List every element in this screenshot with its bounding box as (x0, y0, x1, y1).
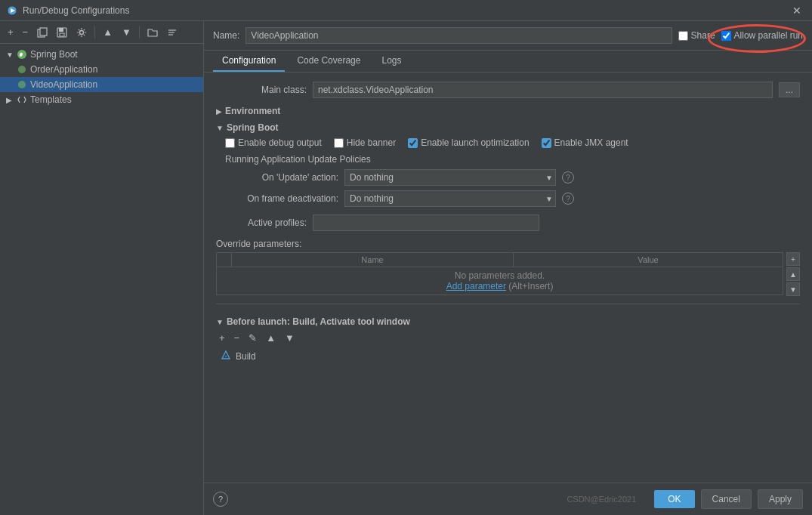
debug-output-checkbox[interactable] (225, 138, 235, 148)
spring-boot-section-title: Spring Boot (227, 122, 279, 133)
title-text: Run/Debug Configurations (23, 5, 788, 16)
bottom-bar: ? CSDN@Edric2021 OK Cancel Apply (204, 483, 812, 515)
left-toolbar: + − ▲ ▼ (0, 21, 203, 44)
frame-deactivation-select-wrapper: Do nothing Update classes and resources … (344, 190, 556, 207)
templates-icon (17, 94, 27, 105)
table-col-index (217, 253, 232, 267)
before-launch-remove-button[interactable]: − (231, 332, 243, 344)
share-checkbox[interactable] (678, 31, 688, 41)
running-update-section: Running Application Update Policies On '… (225, 154, 800, 207)
spring-boot-section-header[interactable]: ▼ Spring Boot (216, 122, 800, 133)
sort-button[interactable] (164, 26, 181, 39)
override-parameters-section: Override parameters: Name Value (216, 239, 800, 296)
active-profiles-row: Active profiles: (216, 214, 800, 231)
table-scroll-up-button[interactable]: ▲ (786, 267, 800, 281)
right-content: Name: Share Allow parallel run Configura… (204, 21, 812, 515)
apply-button[interactable]: Apply (758, 489, 803, 509)
order-app-label: OrderApplication (30, 64, 197, 75)
templates-arrow: ▶ (6, 96, 14, 104)
tree-templates-group[interactable]: ▶ Templates (0, 92, 203, 107)
close-button[interactable]: ✕ (788, 3, 806, 18)
video-app-label: VideoApplication (30, 79, 197, 90)
allow-parallel-checkbox[interactable] (721, 31, 731, 41)
jmx-agent-checkbox-item[interactable]: Enable JMX agent (542, 137, 628, 148)
move-up-button[interactable]: ▲ (100, 25, 116, 39)
remove-config-button[interactable]: − (20, 25, 32, 39)
environment-header[interactable]: ▶ Environment (216, 106, 800, 116)
hide-banner-checkbox[interactable] (334, 138, 344, 148)
allow-parallel-area: Allow parallel run (721, 30, 803, 41)
tree-video-app[interactable]: VideoApplication (0, 77, 203, 92)
add-param-link[interactable]: Add parameter (446, 281, 506, 291)
running-update-title: Running Application Update Policies (225, 154, 800, 165)
toolbar-separator (94, 26, 95, 39)
before-launch-section: ▼ Before launch: Build, Activate tool wi… (216, 304, 800, 365)
svg-point-12 (18, 66, 26, 73)
spring-boot-section: ▼ Spring Boot Enable debug output Hide b… (216, 122, 800, 207)
left-panel: + − ▲ ▼ (0, 21, 204, 515)
main-class-browse-button[interactable]: ... (779, 82, 800, 97)
folder-button[interactable] (144, 26, 161, 39)
table-add-button[interactable]: + (786, 252, 800, 266)
before-launch-down-button[interactable]: ▼ (282, 332, 298, 344)
save-config-button[interactable] (54, 26, 70, 39)
frame-deactivation-help-icon[interactable]: ? (562, 193, 574, 205)
jmx-agent-label: Enable JMX agent (554, 137, 628, 148)
help-button[interactable]: ? (213, 492, 228, 507)
svg-rect-6 (60, 33, 64, 36)
table-col-name: Name (232, 253, 514, 267)
templates-label: Templates (30, 94, 197, 105)
table-scroll-down-button[interactable]: ▼ (786, 282, 800, 296)
toolbar-separator-2 (139, 26, 140, 39)
override-parameters-label: Override parameters: (216, 239, 800, 249)
right-panel: Name: Share Allow parallel run Configura… (204, 21, 812, 483)
frame-deactivation-row: On frame deactivation: Do nothing Update… (225, 190, 800, 207)
update-action-label: On 'Update' action: (225, 172, 338, 183)
tab-configuration[interactable]: Configuration (213, 51, 285, 72)
svg-rect-5 (59, 28, 63, 32)
frame-deactivation-label: On frame deactivation: (225, 193, 338, 204)
update-action-select[interactable]: Do nothing Update classes and resources … (344, 169, 556, 186)
svg-point-7 (80, 30, 84, 34)
no-params-text: No parameters added. (223, 270, 776, 281)
build-label: Build (236, 351, 256, 362)
params-table-wrapper: Name Value No parameters added. (216, 252, 800, 296)
environment-title: Environment (225, 106, 280, 116)
before-launch-header[interactable]: ▼ Before launch: Build, Activate tool wi… (216, 316, 800, 327)
launch-opt-checkbox-item[interactable]: Enable launch optimization (408, 137, 529, 148)
launch-opt-checkbox[interactable] (408, 138, 418, 148)
name-input[interactable] (245, 27, 672, 44)
hide-banner-checkbox-item[interactable]: Hide banner (334, 137, 396, 148)
cancel-button[interactable]: Cancel (701, 489, 752, 509)
debug-output-checkbox-item[interactable]: Enable debug output (225, 137, 322, 148)
main-class-row: Main class: ... (216, 82, 800, 98)
before-launch-edit-button[interactable]: ✎ (245, 332, 260, 344)
table-empty-row: No parameters added. Add parameter (Alt+… (217, 267, 783, 295)
add-config-button[interactable]: + (5, 25, 17, 39)
tree-order-app[interactable]: OrderApplication (0, 62, 203, 77)
settings-config-button[interactable] (73, 26, 90, 39)
name-row: Name: Share Allow parallel run (204, 21, 812, 51)
table-actions: + ▲ ▼ (786, 252, 800, 296)
launch-opt-label: Enable launch optimization (421, 137, 529, 148)
tab-logs[interactable]: Logs (372, 51, 410, 72)
active-profiles-input[interactable] (313, 214, 539, 231)
name-label: Name: (213, 30, 239, 41)
before-launch-up-button[interactable]: ▲ (263, 332, 279, 344)
frame-deactivation-select[interactable]: Do nothing Update classes and resources … (344, 190, 556, 207)
update-action-help-icon[interactable]: ? (562, 171, 574, 183)
move-down-button[interactable]: ▼ (119, 25, 134, 39)
params-table: Name Value No parameters added. (216, 252, 783, 295)
jmx-agent-checkbox[interactable] (542, 138, 551, 148)
before-launch-toolbar: + − ✎ ▲ ▼ (216, 332, 800, 344)
build-item: Build (216, 347, 800, 365)
add-param-hint: (Alt+Insert) (508, 281, 553, 291)
copy-config-button[interactable] (34, 26, 51, 39)
tab-code-coverage[interactable]: Code Coverage (288, 51, 369, 72)
tree-springboot-group[interactable]: ▼ Spring Boot (0, 47, 203, 62)
before-launch-add-button[interactable]: + (216, 332, 228, 344)
main-class-input[interactable] (313, 82, 773, 98)
svg-point-13 (18, 81, 26, 88)
ok-button[interactable]: OK (654, 490, 694, 508)
environment-arrow: ▶ (216, 107, 222, 116)
